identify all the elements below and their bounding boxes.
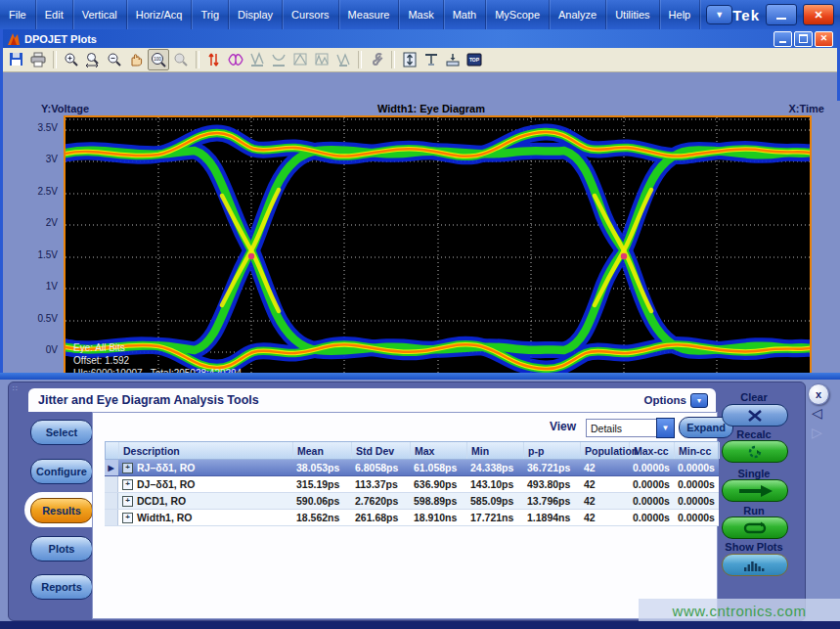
view-dropdown[interactable]: Details xyxy=(586,419,662,437)
view-dropdown-arrow[interactable]: ▼ xyxy=(656,418,675,438)
col-max: Max xyxy=(411,442,467,459)
chevron-down-icon: ▼ xyxy=(715,10,724,20)
zoom-out-icon[interactable] xyxy=(105,50,124,69)
collapse-right-icon[interactable]: ▷ xyxy=(812,425,822,440)
menu-display[interactable]: Display xyxy=(229,0,283,29)
menu-cursors[interactable]: Cursors xyxy=(283,0,339,29)
vertical-markers-icon[interactable] xyxy=(204,50,224,69)
nav-plots-button[interactable]: Plots xyxy=(30,536,93,562)
cursor-icon[interactable] xyxy=(421,50,441,69)
window-maximize-button[interactable] xyxy=(794,31,813,47)
eye-diagram-canvas[interactable]: Eye: All Bits Offset: 1.592 UIs:6000:100… xyxy=(64,115,812,392)
app-minimize-button[interactable] xyxy=(766,4,797,25)
table-row[interactable]: ▶ +RJ–δδ1, RO 38.053ps 6.8058ps 61.058ps… xyxy=(105,460,719,476)
table-header-row: Description Mean Std Dev Max Min p-p Pop… xyxy=(105,441,719,460)
wrench-icon[interactable] xyxy=(367,50,386,69)
y-tick: 1.5V xyxy=(9,249,58,260)
menu-help[interactable]: Help xyxy=(660,0,701,29)
menu-analyze[interactable]: Analyze xyxy=(550,0,606,29)
cell-description: Width1, RO xyxy=(137,512,192,523)
zoom-disabled-icon[interactable] xyxy=(171,50,191,69)
annotation-eye: Eye: All Bits xyxy=(73,342,125,353)
mask-plot-icon[interactable] xyxy=(290,50,310,69)
cell-mean: 315.19ps xyxy=(292,476,351,492)
clear-button[interactable] xyxy=(722,404,788,427)
recalc-button[interactable] xyxy=(722,440,788,463)
single-arrow-icon xyxy=(737,484,773,498)
dpojet-title-bar: DPOJET Plots ✕ xyxy=(3,29,837,48)
menu-trig[interactable]: Trig xyxy=(192,0,229,29)
cell-population: 42 xyxy=(580,510,629,525)
close-icon: ✕ xyxy=(820,34,828,43)
save-icon[interactable] xyxy=(7,50,26,69)
clear-label: Clear xyxy=(711,391,797,403)
menu-horiz-acq[interactable]: Horiz/Acq xyxy=(127,0,193,29)
clear-x-icon xyxy=(744,410,766,422)
col-mean: Mean xyxy=(293,442,352,459)
panel-title: Jitter and Eye Diagram Analysis Tools xyxy=(28,393,259,407)
cell-max-cc: 0.0000s xyxy=(629,460,674,475)
spectrum-plot-icon[interactable] xyxy=(312,50,332,69)
dpojet-plots-window: DPOJET Plots ✕ 100 xyxy=(0,29,840,373)
expand-row-icon[interactable]: + xyxy=(122,479,133,490)
window-bottom-edge xyxy=(0,373,840,380)
run-button[interactable] xyxy=(722,517,788,539)
show-plots-button[interactable] xyxy=(722,554,788,576)
zoom-horizontal-icon[interactable] xyxy=(83,50,103,69)
menubar-right: Tek ✕ xyxy=(732,0,840,29)
nav-reports-button[interactable]: Reports xyxy=(30,574,93,600)
expand-row-icon[interactable]: + xyxy=(122,463,133,473)
options-label[interactable]: Options xyxy=(644,394,686,406)
menu-vertical[interactable]: Vertical xyxy=(73,0,127,29)
menu-mask[interactable]: Mask xyxy=(399,0,443,29)
collapse-left-icon[interactable]: ◁ xyxy=(812,405,822,421)
y-tick: 0.5V xyxy=(9,313,58,324)
zoom-in-icon[interactable] xyxy=(62,50,81,69)
app-close-button[interactable]: ✕ xyxy=(803,4,834,25)
table-row[interactable]: +DCD1, RO 590.06ps 2.7620ps 598.89ps 585… xyxy=(105,493,719,510)
menu-dropdown-button[interactable]: ▼ xyxy=(706,5,732,24)
nav-results-button[interactable]: Results xyxy=(30,498,93,523)
options-group[interactable]: Options ▼ xyxy=(644,393,716,408)
table-row[interactable]: +DJ–δδ1, RO 315.19ps 113.37ps 636.90ps 1… xyxy=(105,476,719,493)
nav-configure-button[interactable]: Configure xyxy=(30,459,93,484)
menu-utilities[interactable]: Utilities xyxy=(606,0,659,29)
bathtub-plot-icon[interactable] xyxy=(269,50,288,69)
menu-file[interactable]: File xyxy=(0,0,36,29)
expand-row-icon[interactable]: + xyxy=(122,513,133,523)
fit-vertical-icon[interactable] xyxy=(400,50,420,69)
expand-row-icon[interactable]: + xyxy=(122,496,133,507)
histogram-plot-icon[interactable] xyxy=(247,50,267,69)
annotation-offset: Offset: 1.592 xyxy=(73,355,129,366)
menu-measure[interactable]: Measure xyxy=(339,0,400,29)
chevron-down-icon[interactable]: ▼ xyxy=(690,393,708,408)
zoom-100-icon[interactable]: 100 xyxy=(148,49,169,70)
x-axis-title: X:Time xyxy=(789,103,824,114)
panel-close-button[interactable]: x xyxy=(808,383,829,405)
cell-min: 17.721ns xyxy=(466,510,523,525)
chevron-down-icon: ▼ xyxy=(662,424,670,432)
menu-edit[interactable]: Edit xyxy=(36,0,73,29)
menu-myscope[interactable]: MyScope xyxy=(486,0,550,29)
menu-math[interactable]: Math xyxy=(444,0,486,29)
nav-select-button[interactable]: Select xyxy=(30,420,93,445)
analysis-region: ∷ Jitter and Eye Diagram Analysis Tools … xyxy=(0,380,840,621)
toolbar-separator xyxy=(53,51,57,68)
header-spacer xyxy=(106,442,119,459)
single-button[interactable] xyxy=(722,479,788,502)
cell-p-p: 493.80ps xyxy=(523,476,580,492)
cell-std-dev: 261.68ps xyxy=(351,510,410,525)
single-label: Single xyxy=(711,468,797,479)
col-max-cc: Max-cc xyxy=(630,442,675,459)
trend-plot-icon[interactable] xyxy=(333,50,353,69)
toolbar-separator xyxy=(196,51,199,68)
eye-diagram-icon[interactable] xyxy=(226,50,245,69)
top-view-icon[interactable]: TOP xyxy=(464,50,484,69)
table-row[interactable]: +Width1, RO 18.562ns 261.68ps 18.910ns 1… xyxy=(105,510,719,526)
window-close-button[interactable]: ✕ xyxy=(815,31,833,47)
print-icon[interactable] xyxy=(28,50,48,69)
window-minimize-button[interactable] xyxy=(774,31,792,47)
y-tick: 2.5V xyxy=(9,186,58,197)
pan-hand-icon[interactable] xyxy=(126,50,146,69)
export-icon[interactable] xyxy=(443,50,463,69)
